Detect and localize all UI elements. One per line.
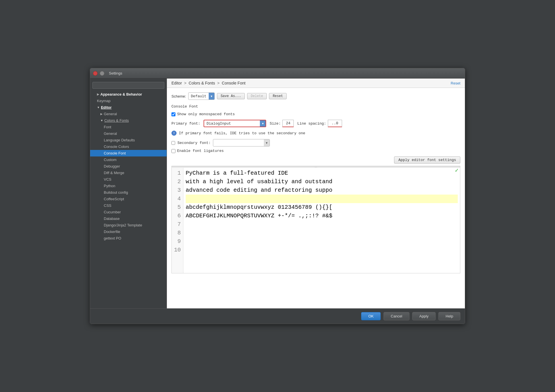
sidebar-item-appearance[interactable]: ▶ Appearance & Behavior (90, 91, 167, 98)
main-content: ▶ Appearance & Behavior Keymap ▼ Editor … (90, 79, 465, 308)
sidebar-item-console-font[interactable]: Console Font (90, 150, 167, 156)
minimize-button[interactable] (100, 71, 104, 76)
ligatures-checkbox[interactable] (171, 149, 175, 153)
sidebar-item-language-defaults[interactable]: Language Defaults (90, 137, 167, 143)
code-line-10 (186, 246, 458, 254)
sidebar-item-debugger[interactable]: Debugger (90, 163, 167, 170)
secondary-font-label[interactable]: Secondary font: (177, 141, 211, 145)
check-mark-icon: ✓ (455, 168, 459, 174)
secondary-font-dropdown[interactable]: ▼ (213, 139, 270, 147)
linespacing-input[interactable] (328, 120, 342, 127)
right-panel: Editor > Colors & Fonts > Console Font R… (167, 79, 465, 308)
monospaced-checkbox[interactable] (171, 112, 175, 116)
ligatures-label[interactable]: Enable font ligatures (177, 149, 224, 153)
sidebar-item-keymap[interactable]: Keymap (90, 98, 167, 104)
code-line-1: PyCharm is a full-featured IDE (186, 169, 458, 178)
linespacing-label: Line spacing: (297, 121, 326, 126)
sidebar-item-dockerfile[interactable]: Dockerfile (90, 228, 167, 235)
panel-body: Scheme: Default ▼ Save As... Delete Rese… (167, 88, 465, 308)
sidebar-item-font[interactable]: Font (90, 124, 167, 130)
ligatures-row: Enable font ligatures (171, 149, 460, 153)
header-reset-link[interactable]: Reset (451, 81, 460, 85)
triangle-open-icon: ▼ (97, 106, 100, 109)
apply-button[interactable]: Apply (412, 312, 436, 320)
scheme-label: Scheme: (171, 94, 186, 98)
preview-content: 1 2 3 4 5 6 7 8 9 10 PyCharm is a (172, 168, 460, 273)
code-line-2: with a high level of usability and outst… (186, 178, 458, 186)
breadcrumb-bar: Editor > Colors & Fonts > Console Font R… (167, 79, 465, 88)
code-content: PyCharm is a full-featured IDE with a hi… (183, 168, 460, 273)
sidebar-item-coffeescript[interactable]: CoffeeScript (90, 196, 167, 202)
line-num-2: 2 (174, 178, 181, 186)
primary-font-label: Primary font: (171, 121, 200, 126)
line-num-6: 6 (174, 212, 181, 220)
scheme-dropdown-arrow[interactable]: ▼ (209, 93, 214, 100)
help-button[interactable]: Help (438, 312, 460, 320)
code-line-6: ABCDEFGHIJKLMNOPQRSTUVWXYZ +-*/= .,;:!? … (186, 212, 458, 220)
info-row: ! If primary font fails, IDE tries to us… (171, 131, 460, 136)
window-title: Settings (109, 71, 122, 75)
primary-font-dropdown[interactable]: DialogInput ▼ (204, 120, 266, 127)
code-line-4 (186, 195, 458, 203)
monospaced-label[interactable]: Show only monospaced fonts (177, 112, 235, 116)
code-line-5: abcdefghijklmnopqrstuvwxyz 0123456789 ()… (186, 203, 458, 212)
sidebar-item-python[interactable]: Python (90, 183, 167, 189)
apply-editor-font-button[interactable]: Apply editor font settings (394, 156, 460, 164)
line-num-7: 7 (174, 220, 181, 229)
line-numbers: 1 2 3 4 5 6 7 8 9 10 (172, 168, 183, 273)
sidebar-item-css[interactable]: CSS (90, 202, 167, 209)
size-input[interactable] (282, 120, 294, 127)
sidebar-item-custom[interactable]: Custom (90, 156, 167, 163)
size-group: Size: (270, 120, 294, 127)
sidebar: ▶ Appearance & Behavior Keymap ▼ Editor … (90, 79, 167, 308)
delete-button[interactable]: Delete (247, 93, 267, 99)
line-num-10: 10 (174, 246, 181, 254)
triangle-open-icon: ▼ (100, 119, 103, 122)
apply-btn-row: Apply editor font settings (171, 156, 460, 164)
sidebar-item-cucumber[interactable]: Cucumber (90, 209, 167, 215)
ok-button[interactable]: OK (361, 312, 381, 320)
sidebar-item-editor[interactable]: ▼ Editor (90, 104, 167, 111)
info-text: If primary font fails, IDE tries to use … (179, 131, 305, 135)
code-line-9 (186, 237, 458, 246)
search-input[interactable] (92, 82, 164, 89)
info-icon: ! (171, 131, 177, 136)
line-num-5: 5 (174, 203, 181, 212)
secondary-row: Secondary font: ▼ (171, 139, 460, 147)
font-row: Primary font: DialogInput ▼ Size: Line s… (171, 120, 460, 127)
sidebar-item-diff-merge[interactable]: Diff & Merge (90, 170, 167, 176)
line-num-9: 9 (174, 237, 181, 246)
code-line-3: advanced code editing and refactoring su… (186, 186, 458, 195)
sidebar-item-django[interactable]: Django/Jinja2 Template (90, 222, 167, 228)
triangle-icon: ▶ (97, 93, 99, 96)
scheme-dropdown[interactable]: Default ▼ (188, 92, 215, 100)
sidebar-item-colors-fonts[interactable]: ▼ Colors & Fonts (90, 117, 167, 124)
settings-window: Settings ▶ Appearance & Behavior Keymap … (90, 68, 465, 324)
sidebar-item-gettext[interactable]: gettext PO (90, 235, 167, 242)
cancel-button[interactable]: Cancel (384, 312, 409, 320)
code-line-8 (186, 229, 458, 237)
line-num-8: 8 (174, 229, 181, 237)
sidebar-item-console-colors[interactable]: Console Colors (90, 143, 167, 150)
breadcrumb: Editor > Colors & Fonts > Console Font (171, 81, 245, 85)
preview-area: ··· 1 2 3 4 5 6 7 8 9 10 (171, 166, 460, 273)
close-button[interactable] (93, 71, 98, 76)
sidebar-item-vcs[interactable]: VCS (90, 176, 167, 183)
titlebar: Settings (90, 68, 465, 79)
monospaced-row: Show only monospaced fonts (171, 112, 460, 116)
scheme-row: Scheme: Default ▼ Save As... Delete Rese… (171, 92, 460, 100)
sidebar-item-general[interactable]: ▶ General (90, 111, 167, 117)
reset-button[interactable]: Reset (269, 93, 287, 99)
primary-font-dropdown-arrow[interactable]: ▼ (260, 120, 266, 127)
line-num-1: 1 (174, 169, 181, 178)
bottom-bar: OK Cancel Apply Help (90, 308, 465, 324)
sidebar-item-general-sub[interactable]: General (90, 130, 167, 137)
sidebar-item-buildout[interactable]: Buildout config (90, 189, 167, 196)
save-as-button[interactable]: Save As... (217, 93, 245, 99)
size-label: Size: (270, 121, 281, 126)
sidebar-item-database[interactable]: Database (90, 215, 167, 222)
secondary-font-checkbox[interactable] (171, 141, 175, 145)
line-num-4: 4 (174, 195, 181, 203)
secondary-dropdown-arrow[interactable]: ▼ (264, 139, 270, 146)
section-title: Console Font (171, 104, 460, 109)
